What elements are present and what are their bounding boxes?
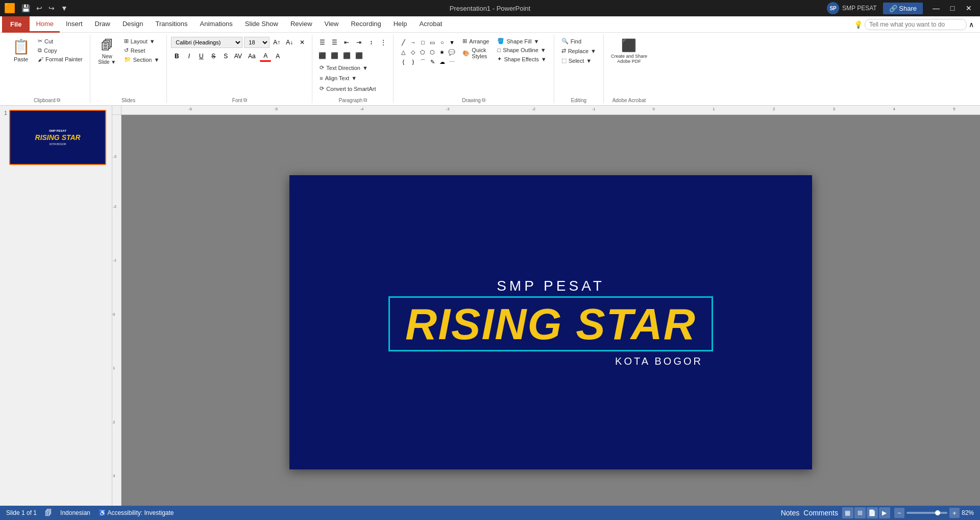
shape-pentagon[interactable]: ⬠ (418, 48, 427, 57)
slide-thumbnail-1[interactable]: SMP PESAT RISING STAR KOTA BOGOR (9, 110, 106, 165)
tab-help[interactable]: Help (387, 16, 413, 33)
increase-indent-button[interactable]: ⇥ (353, 37, 364, 48)
shape-freeform[interactable]: ✎ (428, 57, 437, 66)
section-button[interactable]: 📁 Section ▼ (121, 55, 163, 64)
columns-button[interactable]: ⋮ (378, 37, 389, 48)
shape-star[interactable]: ★ (437, 48, 447, 57)
shape-oval[interactable]: ○ (437, 38, 447, 47)
save-button[interactable]: 💾 (19, 3, 32, 13)
text-direction-button[interactable]: ⟳ Text Direction ▼ (316, 63, 371, 72)
italic-button[interactable]: I (183, 51, 194, 62)
tab-draw[interactable]: Draw (89, 16, 116, 33)
decrease-font-size-button[interactable]: A↓ (284, 37, 295, 48)
slide-rising-star-box[interactable]: RISING STAR (388, 296, 713, 351)
slide-canvas[interactable]: SMP PESAT RISING STAR KOTA BOGOR (289, 175, 812, 469)
shape-bracket[interactable]: { (399, 57, 408, 66)
paste-button[interactable]: 📋 Paste (8, 37, 34, 64)
shape-more[interactable]: ▼ (447, 38, 456, 47)
paragraph-dialog-icon[interactable]: ⧉ (363, 97, 367, 103)
shape-triangle[interactable]: △ (399, 48, 408, 57)
tab-transitions[interactable]: Transitions (149, 16, 193, 33)
tab-file[interactable]: File (2, 16, 30, 33)
highlight-color-button[interactable]: A (272, 51, 283, 62)
shape-brace[interactable]: } (408, 57, 418, 66)
shape-outline-button[interactable]: □ Shape Outline ▼ (494, 46, 549, 54)
zoom-slider[interactable] (906, 512, 947, 514)
line-spacing-button[interactable]: ↕ (365, 37, 377, 48)
undo-button[interactable]: ↩ (34, 3, 44, 13)
collapse-ribbon-button[interactable]: ∧ (969, 20, 974, 29)
font-family-select[interactable]: Calibri (Headings) (171, 37, 242, 48)
language-indicator[interactable]: Indonesian (60, 509, 90, 516)
strikethrough-button[interactable]: S (208, 51, 219, 62)
align-left-button[interactable]: ⬛ (316, 50, 328, 61)
align-right-button[interactable]: ⬛ (341, 50, 352, 61)
shape-rect[interactable]: □ (418, 38, 427, 47)
shape-arrow[interactable]: → (408, 38, 418, 47)
cut-button[interactable]: ✂ Cut (35, 37, 86, 45)
tab-slideshow[interactable]: Slide Show (239, 16, 284, 33)
change-case-button[interactable]: Aa (246, 51, 257, 62)
align-text-button[interactable]: ≡ Align Text ▼ (316, 74, 360, 82)
drawing-dialog-icon[interactable]: ⧉ (482, 97, 485, 103)
shape-more2[interactable]: ⋯ (447, 57, 456, 66)
tab-insert[interactable]: Insert (60, 16, 89, 33)
slide-kota-bogor-text[interactable]: KOTA BOGOR (615, 356, 703, 367)
zoom-out-button[interactable]: − (894, 508, 904, 518)
font-color-button[interactable]: A (260, 51, 271, 62)
customize-quick-access-button[interactable]: ▼ (59, 3, 70, 13)
slide-smp-pesat-text[interactable]: SMP PESAT (497, 278, 605, 294)
convert-smartart-button[interactable]: ⟳ Convert to SmartArt (316, 84, 379, 93)
tab-recording[interactable]: Recording (345, 16, 387, 33)
zoom-level[interactable]: 82% (962, 509, 974, 516)
create-adobe-pdf-button[interactable]: ⬛ Create and ShareAdobe PDF (608, 37, 650, 65)
reading-view-button[interactable]: 📄 (867, 507, 878, 518)
layout-button[interactable]: ⊞ Layout ▼ (121, 37, 163, 45)
arrange-button[interactable]: ⊞ Arrange (459, 37, 492, 45)
shadow-button[interactable]: S (220, 51, 231, 62)
canvas-area[interactable]: SMP PESAT RISING STAR KOTA BOGOR (121, 115, 980, 520)
copy-button[interactable]: ⧉ Copy (35, 46, 86, 55)
bullets-button[interactable]: ☰ (316, 37, 328, 48)
justify-button[interactable]: ⬛ (353, 50, 364, 61)
format-painter-button[interactable]: 🖌 Format Painter (35, 55, 86, 63)
shape-curve[interactable]: ⌒ (418, 57, 427, 66)
underline-button[interactable]: U (195, 51, 207, 62)
char-spacing-button[interactable]: AV (232, 51, 243, 62)
comments-button[interactable]: Comments (803, 509, 838, 517)
tab-animations[interactable]: Animations (194, 16, 239, 33)
quick-styles-button[interactable]: 🎨 QuickStyles (459, 46, 492, 60)
tab-acrobat[interactable]: Acrobat (413, 16, 448, 33)
clipboard-dialog-icon[interactable]: ⧉ (57, 97, 60, 103)
shape-fill-button[interactable]: 🪣 Shape Fill ▼ (494, 37, 549, 45)
numbering-button[interactable]: ☰ (329, 37, 340, 48)
find-button[interactable]: 🔍 Find (558, 37, 584, 45)
align-center-button[interactable]: ⬛ (329, 50, 340, 61)
zoom-in-button[interactable]: + (949, 508, 960, 518)
increase-font-size-button[interactable]: A↑ (271, 37, 282, 48)
shape-rounded-rect[interactable]: ▭ (428, 38, 437, 47)
tab-review[interactable]: Review (284, 16, 318, 33)
bold-button[interactable]: B (171, 51, 182, 62)
tab-design[interactable]: Design (116, 16, 149, 33)
redo-button[interactable]: ↪ (46, 3, 57, 13)
slideshow-button[interactable]: ▶ (879, 507, 890, 518)
minimize-button[interactable]: — (929, 1, 943, 15)
decrease-indent-button[interactable]: ⇤ (341, 37, 352, 48)
tell-me-input[interactable] (865, 19, 967, 30)
tab-home[interactable]: Home (30, 16, 60, 33)
accessibility-button[interactable]: ♿ Accessibility: Investigate (99, 509, 174, 516)
shape-effects-button[interactable]: ✦ Shape Effects ▼ (494, 55, 549, 63)
shape-line[interactable]: ╱ (399, 38, 408, 47)
close-button[interactable]: ✕ (962, 1, 976, 15)
replace-button[interactable]: ⇄ Replace ▼ (558, 46, 599, 55)
share-button[interactable]: 🔗 Share (883, 3, 923, 14)
slide-sorter-button[interactable]: ⊞ (854, 507, 866, 518)
maximize-button[interactable]: □ (945, 1, 960, 15)
new-slide-button[interactable]: 🗐 NewSlide ▼ (94, 37, 120, 66)
clear-format-button[interactable]: ✕ (297, 37, 308, 48)
slide-view-icon[interactable]: 🗐 (45, 509, 52, 517)
select-button[interactable]: ⬚ Select ▼ (558, 56, 595, 65)
reset-button[interactable]: ↺ Reset (121, 46, 163, 55)
font-size-select[interactable]: 18 (244, 37, 270, 48)
